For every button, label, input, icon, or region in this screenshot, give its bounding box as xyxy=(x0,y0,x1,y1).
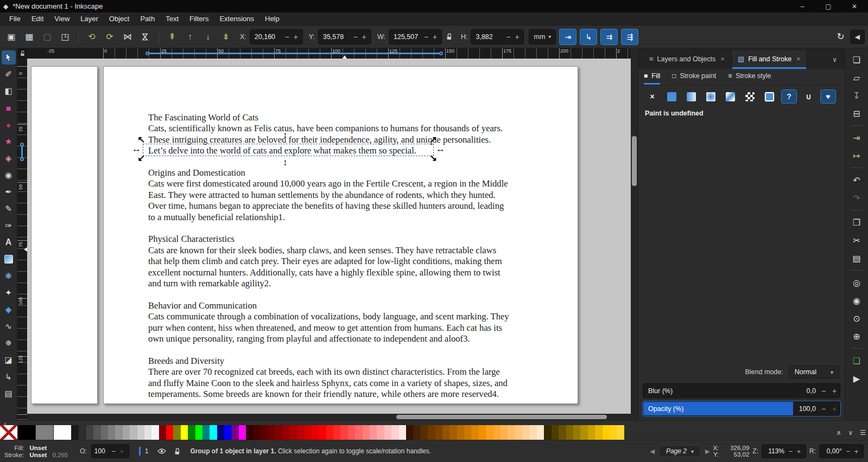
spray-tool[interactable]: ✵ xyxy=(2,336,16,350)
horizontal-ruler[interactable]: -2502550751001251501752002 xyxy=(27,48,631,59)
duplicate-icon[interactable]: ❐ xyxy=(850,215,864,229)
scale-corners-toggle[interactable]: ↳ xyxy=(580,29,597,45)
opacity-slider[interactable]: Opacity (%) 100,0 − + xyxy=(643,401,840,416)
section-heading[interactable]: Breeds and Diversity xyxy=(148,356,509,367)
palette-swatch-22[interactable] xyxy=(232,425,239,440)
object-opacity-field[interactable]: 100 − + xyxy=(91,444,129,458)
palette-swatch-34[interactable] xyxy=(319,425,326,440)
horizontal-scrollbar-thumb[interactable] xyxy=(396,415,607,419)
h-decrement-icon[interactable]: − xyxy=(504,33,512,41)
scale-handle-w[interactable]: ↔ xyxy=(132,144,141,153)
horizontal-scrollbar[interactable] xyxy=(27,414,631,420)
swatch-gray[interactable] xyxy=(36,425,54,440)
layer-visibility-icon[interactable] xyxy=(157,448,166,454)
text-line[interactable]: and turn with remarkable agility2. xyxy=(148,278,509,289)
blur-slider[interactable]: Blur (%) 0,0 − + xyxy=(643,383,840,398)
palette-swatch-59[interactable] xyxy=(500,425,508,440)
pen-tool[interactable]: ✒ xyxy=(2,185,16,199)
palette-swatch-23[interactable] xyxy=(239,425,246,440)
palette-swatch-24[interactable] xyxy=(246,425,253,440)
pattern-button[interactable] xyxy=(743,90,757,103)
subtab-stroke-paint[interactable]: □Stroke paint xyxy=(672,69,716,85)
zoom-minus-icon[interactable]: − xyxy=(787,447,795,455)
vertical-scrollbar[interactable] xyxy=(631,48,638,420)
lower-icon[interactable]: ↓ xyxy=(200,29,216,45)
raise-to-top-icon[interactable]: ⇞ xyxy=(164,29,180,45)
node-tool[interactable]: ✐ xyxy=(2,67,16,81)
text-line[interactable]: Cats, scientifically known as Felis catu… xyxy=(148,123,509,134)
fill-value[interactable]: Unset xyxy=(29,445,47,451)
blend-mode-select[interactable]: Normal ▾ xyxy=(789,365,839,378)
palette-swatch-16[interactable] xyxy=(188,425,195,440)
section-heading[interactable]: Origins and Domestication xyxy=(148,168,509,178)
selection-box[interactable] xyxy=(143,144,434,156)
dropper-tool[interactable]: ✦ xyxy=(2,286,16,300)
section-heading[interactable]: The Fascinating World of Cats xyxy=(148,112,509,123)
text-line[interactable]: There are over 70 recognized cat breeds,… xyxy=(148,367,509,377)
palette-swatch-20[interactable] xyxy=(217,425,224,440)
collapse-toolbar-icon[interactable]: ◀ xyxy=(850,30,865,44)
spiral-tool[interactable]: ◉ xyxy=(2,168,16,182)
text-line[interactable]: excellent nocturnal hunters. Additionall… xyxy=(148,267,509,278)
layer-name[interactable]: 1 xyxy=(145,447,149,455)
y-value[interactable]: 35,578 xyxy=(323,33,351,41)
palette-swatch-2[interactable] xyxy=(86,425,93,440)
mesh-gradient-tool[interactable]: ❋ xyxy=(2,269,16,283)
rectangle-tool[interactable]: ■ xyxy=(2,101,16,115)
palette-swatch-12[interactable] xyxy=(159,425,166,440)
palette-swatch-9[interactable] xyxy=(137,425,144,440)
ruler-corner[interactable] xyxy=(17,48,27,59)
scale-handle-se[interactable]: ↘ xyxy=(429,153,437,163)
palette-swatch-43[interactable] xyxy=(384,425,391,440)
swatch-fill-button[interactable]: ♥ xyxy=(821,90,835,103)
palette-swatch-13[interactable] xyxy=(166,425,173,440)
text-line[interactable]: to a mutually beneficial relationship1. xyxy=(148,212,509,223)
menu-item-extensions[interactable]: Extensions xyxy=(214,14,259,24)
rotate-cw-icon[interactable]: ⟳ xyxy=(102,29,118,45)
palette-swatch-42[interactable] xyxy=(377,425,384,440)
tab-fill-and-stroke[interactable]: ▧Fill and Stroke× xyxy=(732,50,806,69)
layer-lock-icon[interactable] xyxy=(174,448,181,455)
next-page-icon[interactable]: ▶ xyxy=(705,448,709,455)
open-window-icon[interactable]: ❏ xyxy=(850,354,864,368)
x-decrement-icon[interactable]: − xyxy=(283,33,292,41)
palette-swatch-53[interactable] xyxy=(457,425,464,440)
opacity-increment-button[interactable]: + xyxy=(829,405,840,413)
rotation-plus-icon[interactable]: + xyxy=(852,447,860,455)
zoom-field[interactable]: 113% − + xyxy=(762,444,806,458)
palette-swatch-55[interactable] xyxy=(471,425,478,440)
pencil-tool[interactable]: ✎ xyxy=(2,202,16,216)
text-line[interactable]: Cats were first domesticated around 10,0… xyxy=(148,178,509,189)
palette-swatch-31[interactable] xyxy=(297,425,304,440)
palette-swatch-3[interactable] xyxy=(93,425,100,440)
radial-gradient-button[interactable] xyxy=(704,90,718,103)
paste-icon[interactable]: ▤ xyxy=(850,251,864,265)
x-increment-icon[interactable]: + xyxy=(292,33,300,41)
palette-swatch-70[interactable] xyxy=(580,425,587,440)
palette-swatch-54[interactable] xyxy=(464,425,471,440)
palette-swatch-69[interactable] xyxy=(573,425,580,440)
previous-page-icon[interactable]: ◀ xyxy=(650,448,654,455)
text-tool[interactable]: A xyxy=(2,235,16,249)
unknown-paint-button[interactable]: ? xyxy=(782,90,796,103)
units-select[interactable]: mm▾ xyxy=(529,29,556,44)
blur-value[interactable]: 0,0 xyxy=(793,387,818,395)
palette-collapse-icon[interactable]: ∧ xyxy=(3,421,7,427)
select-all-layers-icon[interactable]: ▦ xyxy=(21,29,37,45)
palette-swatch-64[interactable] xyxy=(537,425,544,440)
text-line[interactable]: purr when content, hiss when threatened,… xyxy=(148,323,509,333)
palette-swatch-14[interactable] xyxy=(173,425,180,440)
menu-item-help[interactable]: Help xyxy=(260,14,284,24)
section-heading[interactable]: Behavior and Communication xyxy=(148,300,509,311)
palette-swatch-27[interactable] xyxy=(268,425,275,440)
close-icon[interactable]: × xyxy=(720,55,725,63)
palette-swatch-19[interactable] xyxy=(210,425,217,440)
text-line[interactable]: temperaments. Some breeds are known for … xyxy=(148,389,509,400)
palette-scroll-down-icon[interactable]: ∨ xyxy=(848,429,853,437)
text-line[interactable]: East. They were attracted to human settl… xyxy=(148,190,509,201)
text-line[interactable]: and fluffy Maine Coon to the sleek and h… xyxy=(148,378,509,389)
palette-swatch-0[interactable] xyxy=(72,425,79,440)
palette-scroll-up-icon[interactable]: ∧ xyxy=(837,429,841,437)
palette-swatch-17[interactable] xyxy=(195,425,202,440)
palette-swatch-7[interactable] xyxy=(123,425,130,440)
